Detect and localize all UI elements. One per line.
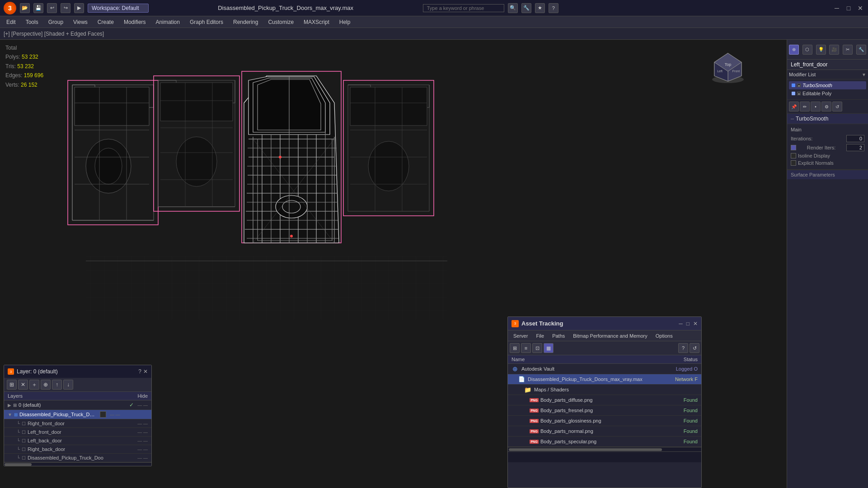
menu-modifiers[interactable]: Modifiers bbox=[119, 18, 150, 27]
asset-refresh-btn[interactable]: ↺ bbox=[690, 343, 699, 353]
section-collapse-icon[interactable]: ─ bbox=[791, 116, 794, 121]
menu-tools[interactable]: Tools bbox=[21, 18, 43, 27]
asset-tb-btn-1[interactable]: ⊞ bbox=[510, 343, 520, 353]
tris-label: Tris: bbox=[5, 63, 16, 70]
layer-select-btn[interactable]: ⊕ bbox=[41, 380, 51, 390]
pin-stack-icon[interactable]: 📌 bbox=[789, 102, 799, 112]
vertex-icon[interactable]: • bbox=[811, 102, 821, 112]
asset-menu-options[interactable]: Options bbox=[652, 332, 676, 339]
rpanel-icon-1[interactable]: ⊕ bbox=[789, 45, 799, 55]
search-input[interactable] bbox=[423, 4, 504, 12]
modifier-color-dot bbox=[792, 92, 795, 95]
asset-row[interactable]: ⊕ Autodesk Vault Logged O bbox=[508, 364, 701, 374]
layer-scrollbar-thumb[interactable] bbox=[5, 463, 32, 466]
asset-menu-paths[interactable]: Paths bbox=[549, 332, 568, 339]
render-iters-input[interactable] bbox=[846, 144, 864, 151]
asset-titlebar[interactable]: 3 Asset Tracking ─ □ ✕ bbox=[508, 317, 701, 330]
menu-help[interactable]: Help bbox=[335, 18, 355, 27]
iterations-input[interactable] bbox=[846, 135, 864, 142]
asset-tb-btn-2[interactable]: ≡ bbox=[521, 343, 531, 353]
rpanel-icon-5[interactable]: ✂ bbox=[843, 45, 853, 55]
surface-params-section[interactable]: Surface Parameters bbox=[787, 170, 868, 179]
edit-mode-icon[interactable]: ✏ bbox=[800, 102, 810, 112]
asset-row[interactable]: PNG Body_parts_fresnel.png Found bbox=[508, 405, 701, 416]
layer-item[interactable]: └ ☐ Left_front_door — — bbox=[4, 428, 151, 437]
undo-btn[interactable]: ↩ bbox=[47, 3, 57, 13]
isoline-checkbox[interactable] bbox=[791, 153, 796, 158]
layer-item[interactable]: └ ☐ Right_back_door — — bbox=[4, 445, 151, 454]
maximize-btn[interactable]: □ bbox=[845, 4, 853, 12]
layer-move-down-btn[interactable]: ↓ bbox=[63, 380, 73, 390]
layer-panel-titlebar[interactable]: 3 Layer: 0 (default) ? ✕ bbox=[4, 365, 151, 378]
modifier-list-row[interactable]: Modifier List ▼ bbox=[787, 70, 868, 79]
help-btn[interactable]: ? bbox=[549, 3, 558, 13]
asset-tb-btn-4[interactable]: ▦ bbox=[544, 343, 554, 353]
menu-views[interactable]: Views bbox=[69, 18, 92, 27]
open-file-btn[interactable]: 📂 bbox=[20, 3, 30, 13]
render-preview-btn[interactable]: ▶ bbox=[74, 3, 84, 13]
workspace-dropdown[interactable]: Workspace: Default bbox=[88, 4, 149, 13]
asset-menu-server[interactable]: Server bbox=[510, 332, 531, 339]
asset-row[interactable]: 📄 Disassembled_Pickup_Truck_Doors_max_vr… bbox=[508, 374, 701, 385]
redo-btn[interactable]: ↪ bbox=[61, 3, 70, 13]
layer-item[interactable]: └ ☐ Right_front_door — — bbox=[4, 419, 151, 428]
layer-item[interactable]: ▼ ⊞ Disassembled_Pickup_Truck_Doors — — bbox=[4, 410, 151, 419]
render-iters-checkbox[interactable] bbox=[791, 145, 796, 150]
menu-customize[interactable]: Customize bbox=[263, 18, 298, 27]
menu-rendering[interactable]: Rendering bbox=[229, 18, 263, 27]
search-btn[interactable]: 🔍 bbox=[508, 3, 518, 13]
asset-tb-btn-3[interactable]: ⊡ bbox=[532, 343, 542, 353]
verts-value: 26 152 bbox=[21, 82, 38, 88]
menu-edit[interactable]: Edit bbox=[2, 18, 20, 27]
configure-icon[interactable]: ⚙ bbox=[821, 102, 831, 112]
asset-row[interactable]: PNG Body_parts_glossiness.png Found bbox=[508, 416, 701, 426]
viewport-cube[interactable]: Top Front Left bbox=[710, 49, 746, 86]
asset-row[interactable]: PNG Body_parts_diffuse.png Found bbox=[508, 395, 701, 405]
rpanel-icon-4[interactable]: 🎥 bbox=[829, 45, 839, 55]
asset-menu-file[interactable]: File bbox=[532, 332, 548, 339]
layer-scrollbar[interactable] bbox=[4, 462, 151, 466]
modifier-light-bulb-icon[interactable]: ● bbox=[797, 84, 801, 87]
layer-move-up-btn[interactable]: ↑ bbox=[52, 380, 62, 390]
asset-menu-bitmap[interactable]: Bitmap Performance and Memory bbox=[569, 332, 651, 339]
layer-visible-toggle[interactable] bbox=[100, 411, 106, 418]
menu-animation[interactable]: Animation bbox=[151, 18, 184, 27]
asset-minimize-btn[interactable]: ─ bbox=[679, 321, 683, 327]
reset-icon[interactable]: ↺ bbox=[832, 102, 842, 112]
rpanel-icon-6[interactable]: 🔧 bbox=[856, 45, 866, 55]
minimize-btn[interactable]: ─ bbox=[833, 4, 841, 12]
asset-row[interactable]: PNG Body_parts_specular.png Found bbox=[508, 437, 701, 447]
rpanel-icon-2[interactable]: ⬡ bbox=[802, 45, 812, 55]
object-name-field[interactable]: Left_front_door bbox=[787, 60, 868, 70]
asset-help-btn[interactable]: ? bbox=[678, 343, 688, 353]
viewport[interactable]: Total Polys: 53 232 Tris: 53 232 Edges: … bbox=[0, 40, 787, 488]
layer-panel-question[interactable]: ? bbox=[138, 368, 141, 375]
explicit-normals-checkbox[interactable] bbox=[791, 160, 796, 166]
menu-group[interactable]: Group bbox=[44, 18, 68, 27]
layer-item[interactable]: ▶ ⊞ 0 (default) ✓ — — bbox=[4, 400, 151, 410]
menu-graph-editors[interactable]: Graph Editors bbox=[185, 18, 228, 27]
asset-scrollbar-h-thumb[interactable] bbox=[509, 448, 662, 451]
menu-create[interactable]: Create bbox=[93, 18, 118, 27]
layer-item[interactable]: └ ☐ Left_back_door — — bbox=[4, 437, 151, 445]
asset-row[interactable]: PNG Body_parts_normal.png Found bbox=[508, 426, 701, 437]
menu-maxscript[interactable]: MAXScript bbox=[299, 18, 334, 27]
layer-add-btn[interactable]: ＋ bbox=[29, 380, 39, 390]
modifier-bulb-icon[interactable]: ● bbox=[797, 92, 801, 95]
close-btn[interactable]: ✕ bbox=[856, 4, 864, 12]
save-btn[interactable]: 💾 bbox=[33, 3, 43, 13]
tools-btn[interactable]: 🔧 bbox=[521, 3, 531, 13]
modifier-item-turbosmooth[interactable]: ● TurboSmooth bbox=[789, 81, 866, 89]
modifier-item-editable-poly[interactable]: ● Editable Poly bbox=[789, 89, 866, 98]
layer-panel-close[interactable]: ✕ bbox=[143, 368, 148, 375]
rpanel-icon-3[interactable]: 💡 bbox=[816, 45, 826, 55]
asset-close-btn[interactable]: ✕ bbox=[693, 321, 698, 327]
asset-input-row[interactable] bbox=[508, 451, 701, 462]
bookmark-btn[interactable]: ★ bbox=[535, 3, 545, 13]
layer-new-btn[interactable]: ⊞ bbox=[7, 380, 17, 390]
asset-scrollbar-horizontal[interactable] bbox=[508, 447, 701, 451]
asset-row[interactable]: 📁 Maps / Shaders bbox=[508, 385, 701, 395]
asset-maximize-btn[interactable]: □ bbox=[686, 321, 690, 327]
layer-item[interactable]: └ ☐ Disassembled_Pickup_Truck_Doo — — bbox=[4, 454, 151, 462]
layer-delete-btn[interactable]: ✕ bbox=[18, 380, 28, 390]
